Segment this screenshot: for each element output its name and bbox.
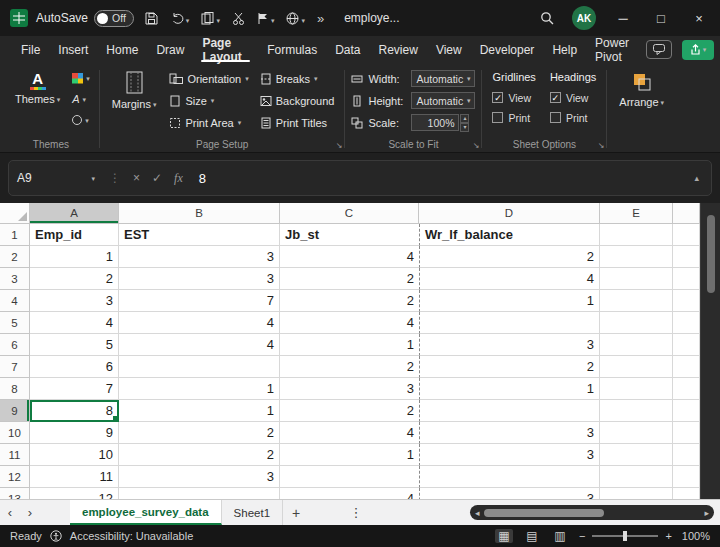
paste-dropdown-icon[interactable]: ▾ bbox=[216, 16, 220, 25]
cell-E5[interactable] bbox=[600, 312, 673, 334]
page-setup-dialog-launcher[interactable]: ↘ bbox=[336, 141, 343, 150]
autosave-toggle[interactable]: AutoSave Off bbox=[36, 10, 134, 27]
row-header-9[interactable]: 9 bbox=[0, 400, 30, 422]
save-button[interactable] bbox=[142, 9, 160, 27]
cell-E4[interactable] bbox=[600, 290, 673, 312]
cell-C13[interactable]: 4 bbox=[280, 488, 419, 499]
cell-C10[interactable]: 4 bbox=[280, 422, 419, 444]
cell-D1[interactable]: Wr_lf_balance bbox=[419, 224, 600, 246]
cell-F6[interactable] bbox=[673, 334, 700, 356]
horizontal-scrollbar-track[interactable] bbox=[484, 505, 701, 520]
row-header-10[interactable]: 10 bbox=[0, 422, 30, 444]
gridlines-view-checkbox[interactable]: ✓View bbox=[492, 89, 535, 106]
cell-E10[interactable] bbox=[600, 422, 673, 444]
menu-tab-insert[interactable]: Insert bbox=[49, 36, 97, 63]
vertical-scrollbar-thumb[interactable] bbox=[707, 215, 715, 293]
cell-E12[interactable] bbox=[600, 466, 673, 488]
cell-D11[interactable]: 3 bbox=[419, 444, 600, 466]
menu-tab-help[interactable]: Help bbox=[543, 36, 586, 63]
close-button[interactable]: × bbox=[688, 11, 710, 26]
cell-D4[interactable]: 1 bbox=[419, 290, 600, 312]
cell-F5[interactable] bbox=[673, 312, 700, 334]
undo-button[interactable]: ▾ bbox=[168, 10, 192, 27]
cell-F9[interactable] bbox=[673, 400, 700, 422]
previous-sheet-button[interactable]: ‹ bbox=[0, 500, 20, 525]
sheet-tab-Sheet1[interactable]: Sheet1 bbox=[222, 500, 283, 525]
breaks-button[interactable]: Breaks▾ bbox=[256, 68, 339, 89]
menu-tab-home[interactable]: Home bbox=[97, 36, 147, 63]
cell-D2[interactable]: 2 bbox=[419, 246, 600, 268]
autosave-switch[interactable]: Off bbox=[94, 10, 134, 27]
column-header-D[interactable]: D bbox=[419, 203, 600, 224]
name-box-dropdown-icon[interactable]: ▾ bbox=[91, 174, 95, 183]
accessibility-status[interactable]: Accessibility: Unavailable bbox=[70, 530, 194, 542]
menu-tab-file[interactable]: File bbox=[12, 36, 49, 63]
row-header-4[interactable]: 4 bbox=[0, 290, 30, 312]
cell-C2[interactable]: 4 bbox=[280, 246, 419, 268]
accessibility-icon[interactable] bbox=[50, 530, 62, 542]
theme-fonts-button[interactable]: A▾ bbox=[69, 89, 93, 109]
headings-view-checkbox[interactable]: ✓View bbox=[550, 89, 596, 106]
cell-E6[interactable] bbox=[600, 334, 673, 356]
sheet-list-menu-button[interactable]: ⋮ bbox=[343, 500, 369, 525]
height-select[interactable]: Automatic▾ bbox=[411, 92, 475, 109]
column-header-E[interactable]: E bbox=[600, 203, 673, 224]
maximize-button[interactable]: □ bbox=[650, 11, 672, 26]
cell-F11[interactable] bbox=[673, 444, 700, 466]
cell-A6[interactable]: 5 bbox=[30, 334, 119, 356]
cell-D12[interactable] bbox=[419, 466, 600, 488]
column-header-B[interactable]: B bbox=[119, 203, 280, 224]
print-area-button[interactable]: Print Area▾ bbox=[165, 112, 252, 133]
cell-D3[interactable]: 4 bbox=[419, 268, 600, 290]
menu-tab-data[interactable]: Data bbox=[326, 36, 369, 63]
scroll-left-icon[interactable]: ◂ bbox=[475, 508, 480, 518]
cell-F8[interactable] bbox=[673, 378, 700, 400]
minimize-button[interactable]: ─ bbox=[612, 11, 634, 26]
cell-B6[interactable]: 4 bbox=[119, 334, 280, 356]
column-header-C[interactable]: C bbox=[280, 203, 419, 224]
horizontal-scrollbar[interactable]: ◂ ▸ bbox=[470, 505, 714, 520]
cell-D9[interactable] bbox=[419, 400, 600, 422]
page-break-view-button[interactable]: ▥ bbox=[551, 529, 569, 543]
scroll-right-icon[interactable]: ▸ bbox=[704, 508, 709, 518]
row-header-1[interactable]: 1 bbox=[0, 224, 30, 246]
cell-C5[interactable]: 4 bbox=[280, 312, 419, 334]
row-header-8[interactable]: 8 bbox=[0, 378, 30, 400]
cell-F13[interactable] bbox=[673, 488, 700, 499]
cell-E7[interactable] bbox=[600, 356, 673, 378]
cell-F1[interactable] bbox=[673, 224, 700, 246]
cell-F2[interactable] bbox=[673, 246, 700, 268]
comments-button[interactable] bbox=[646, 40, 672, 59]
cell-A1[interactable]: Emp_id bbox=[30, 224, 119, 246]
column-header-partial[interactable] bbox=[673, 203, 700, 224]
cell-A4[interactable]: 3 bbox=[30, 290, 119, 312]
cell-A3[interactable]: 2 bbox=[30, 268, 119, 290]
zoom-level[interactable]: 100% bbox=[682, 530, 710, 542]
zoom-out-button[interactable]: − bbox=[579, 530, 585, 542]
globe-dropdown-icon[interactable]: ▾ bbox=[301, 16, 305, 25]
cell-E11[interactable] bbox=[600, 444, 673, 466]
cell-A7[interactable]: 6 bbox=[30, 356, 119, 378]
cell-C12[interactable] bbox=[280, 466, 419, 488]
row-header-2[interactable]: 2 bbox=[0, 246, 30, 268]
theme-effects-button[interactable]: ▾ bbox=[69, 110, 93, 130]
cell-C9[interactable]: 2 bbox=[280, 400, 419, 422]
themes-button[interactable]: A Themes▾ bbox=[9, 68, 66, 108]
size-button[interactable]: Size▾ bbox=[165, 90, 252, 111]
expand-formula-bar-icon[interactable]: ▴ bbox=[690, 173, 703, 183]
cell-B13[interactable] bbox=[119, 488, 280, 499]
menu-tab-page-layout[interactable]: Page Layout bbox=[193, 36, 258, 63]
cell-B12[interactable]: 3 bbox=[119, 466, 280, 488]
cell-F10[interactable] bbox=[673, 422, 700, 444]
row-header-7[interactable]: 7 bbox=[0, 356, 30, 378]
cancel-entry-button[interactable]: × bbox=[127, 171, 146, 185]
menu-tab-developer[interactable]: Developer bbox=[471, 36, 544, 63]
next-sheet-button[interactable]: › bbox=[20, 500, 40, 525]
cell-E2[interactable] bbox=[600, 246, 673, 268]
name-box[interactable]: A9▾ bbox=[17, 171, 103, 185]
normal-view-button[interactable]: ▦ bbox=[495, 529, 513, 543]
cell-B5[interactable]: 4 bbox=[119, 312, 280, 334]
theme-colors-button[interactable]: ▾ bbox=[69, 68, 93, 88]
zoom-slider[interactable] bbox=[592, 535, 658, 537]
cell-B2[interactable]: 3 bbox=[119, 246, 280, 268]
